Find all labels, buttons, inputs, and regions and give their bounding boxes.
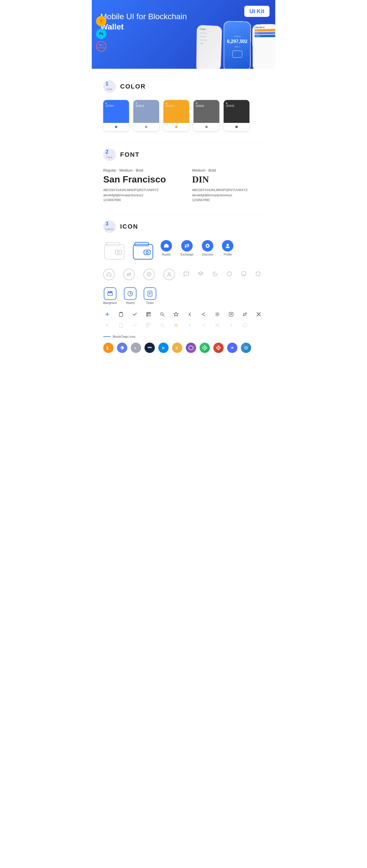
ps-icon: Ps — [96, 29, 106, 39]
polygon-icon — [186, 343, 196, 353]
svg-rect-37 — [147, 313, 148, 313]
wallet-wireframe-1 — [103, 240, 126, 263]
svg-rect-40 — [149, 314, 150, 315]
svg-marker-10 — [164, 244, 169, 248]
font-block-sf: Regular · Medium · Bold San Francisco AB… — [103, 168, 175, 203]
crypto-icons-row: ₿ Ł D Z — [103, 343, 264, 359]
management-icons: Mangment History — [103, 287, 264, 305]
section-1-circle: 1 ONE — [103, 80, 116, 93]
moon-icon — [212, 271, 218, 278]
litecoin-icon: Ł — [131, 343, 141, 353]
svg-rect-52 — [146, 323, 148, 324]
chat-icon — [184, 271, 189, 278]
svg-marker-57 — [174, 323, 178, 327]
icon-title: ICON — [120, 223, 138, 230]
section-3-circle: 3 THREE — [103, 220, 116, 233]
history-icon — [124, 287, 137, 300]
nav-icons-filled: Assets Exchange Discover Profile — [161, 240, 233, 256]
share-icon-ghost — [200, 321, 207, 329]
close-icon — [255, 310, 263, 318]
discover-icon-outline — [143, 269, 155, 280]
swatch-dark: #303030 — [224, 100, 250, 131]
font2-upper: ABCDEFGHIJKLMNOPQRSTUVWXYZ — [192, 188, 264, 193]
svg-text:Z: Z — [176, 346, 178, 350]
phone-mockups: Profile Mangment Message Real Calib Nigh… — [196, 22, 275, 69]
svg-text:i: i — [258, 273, 258, 276]
svg-rect-3 — [106, 242, 120, 246]
order-label: Order — [146, 301, 154, 305]
svg-rect-38 — [149, 313, 150, 313]
assets-icon-outline — [103, 269, 115, 280]
blockchain-label-row: BlockChain Icon — [103, 335, 264, 338]
management-label: Mangment — [103, 301, 117, 305]
upload-icon — [227, 310, 235, 318]
order-icon-item: Order — [144, 287, 156, 305]
font1-lower: abcdefghijklmnopqrstuvwxyz — [103, 193, 175, 198]
svg-point-9 — [146, 251, 148, 253]
swatch-gray: #666666 — [194, 100, 219, 131]
font1-style: Regular · Medium · Bold — [103, 168, 175, 173]
zcash-icon: Z — [172, 343, 182, 353]
management-icon — [104, 287, 116, 300]
font-section-header: 2 TWO FONT — [103, 148, 264, 161]
mana-icon — [213, 343, 224, 353]
extra-icon — [241, 343, 251, 353]
nav-icon-discover: Discover — [202, 240, 213, 256]
font-title: FONT — [120, 151, 140, 158]
qr-icon-ghost — [144, 321, 152, 329]
svg-point-18 — [227, 272, 232, 276]
color-title: COLOR — [120, 83, 146, 90]
bitcoin-icon: ₿ — [103, 343, 114, 353]
font2-lower: abcdefghijklmnopqrstuvwxyz — [192, 193, 264, 198]
nav-icon-profile: Profile — [222, 240, 233, 256]
swap-icon — [241, 310, 249, 318]
svg-point-12 — [207, 245, 208, 247]
phone-center: myWallet 6,297,502 Balance — [224, 21, 251, 69]
blockchain-text: BlockChain Icon — [113, 335, 136, 338]
svg-rect-41 — [150, 315, 150, 316]
font2-style: Medium · Bold — [192, 168, 264, 173]
settings-icon — [213, 310, 221, 318]
svg-rect-4 — [115, 250, 121, 255]
svg-marker-44 — [174, 312, 178, 316]
svg-point-5 — [117, 251, 119, 253]
forward-icon-ghost — [227, 321, 235, 329]
svg-rect-39 — [147, 315, 148, 316]
order-icon — [144, 287, 156, 300]
action-icons-row2: i — [103, 321, 264, 329]
swatch-orange: #F5A623 — [163, 100, 189, 131]
svg-rect-51 — [119, 323, 123, 328]
back-icon-ghost — [186, 321, 194, 329]
icon-section-header: 3 THREE ICON — [103, 220, 264, 233]
swatch-blue: #3574FA — [103, 100, 129, 131]
hero-title: Mobile UI for Blockchain Wallet — [101, 11, 192, 32]
action-icons-row1 — [103, 310, 264, 318]
waves-icon — [144, 343, 155, 353]
check-icon-ghost — [131, 321, 139, 329]
font1-name: San Francisco — [103, 174, 175, 185]
clipboard-icon-ghost — [117, 321, 125, 329]
sketch-icon — [96, 16, 106, 26]
discover-label: Discover — [202, 253, 213, 256]
discover-icon — [202, 240, 213, 251]
svg-rect-2 — [105, 244, 124, 259]
svg-point-55 — [161, 323, 163, 326]
plus-icon — [103, 310, 111, 318]
phone-right: 6,297,502.12 BTC ETH WAVES — [252, 24, 275, 69]
color-section-header: 1 ONE COLOR — [103, 80, 264, 93]
svg-rect-19 — [242, 272, 246, 275]
search-icon — [158, 310, 166, 318]
color-swatches: #3574FA #8DA0C8 #F5A623 #666666 #303030 — [103, 100, 264, 131]
nav-icon-exchange: Exchange — [181, 240, 193, 256]
wallet-wireframe-2 — [132, 240, 155, 263]
profile-label: Profile — [224, 253, 232, 256]
management-icon-item: Mangment — [103, 287, 117, 305]
exchange-icon — [181, 240, 193, 251]
chat2-icon — [241, 271, 247, 278]
svg-rect-22 — [108, 291, 112, 292]
kyber-icon — [200, 343, 210, 353]
qr-icon — [144, 310, 152, 318]
svg-rect-54 — [146, 326, 148, 327]
history-label: History — [126, 301, 135, 305]
font2-name: DIN — [192, 174, 264, 185]
